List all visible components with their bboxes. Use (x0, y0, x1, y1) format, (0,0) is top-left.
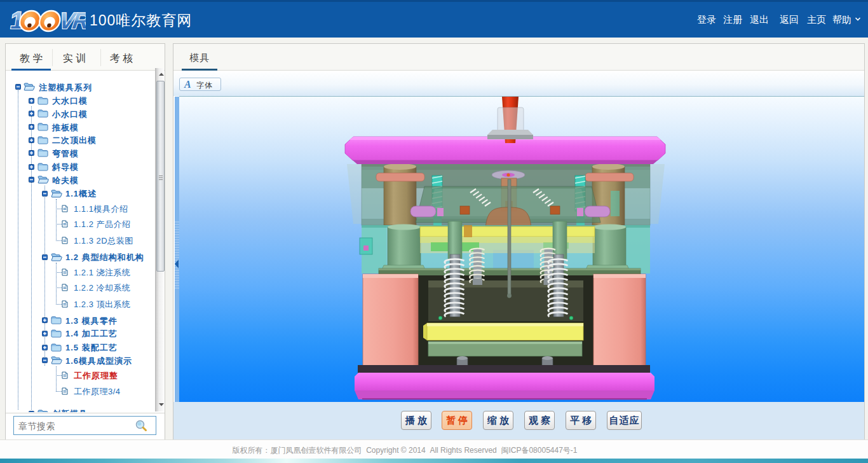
svg-text:VR: VR (58, 8, 86, 34)
